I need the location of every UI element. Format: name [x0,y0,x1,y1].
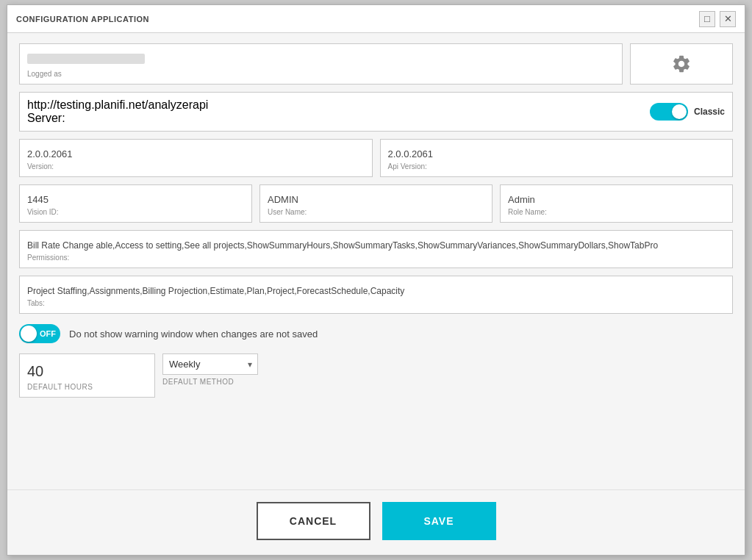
tabs-field: Project Staffing,Assignments,Billing Pro… [19,276,733,314]
permissions-label: Permissions: [27,254,725,262]
vision-id-field: 1445 Vision ID: [19,184,252,223]
vision-id-label: Vision ID: [27,208,244,216]
default-hours-field: 40 DEFAULT HOURS [19,353,155,398]
gear-icon [671,54,692,74]
top-row: Logged as [19,43,733,85]
server-value-wrap: http://testing.planifi.net/analyzerapi S… [27,98,642,125]
classic-label: Classic [694,107,725,117]
server-row: http://testing.planifi.net/analyzerapi S… [19,92,733,132]
version-field: 2.0.0.2061 Version: [19,139,373,177]
close-icon: ✕ [724,13,732,24]
tabs-value: Project Staffing,Assignments,Billing Pro… [27,286,725,296]
warning-toggle-knob [21,326,37,342]
tabs-label: Tabs: [27,299,725,307]
user-name-blurred [27,54,145,64]
cancel-button[interactable]: CANCEL [257,502,370,540]
warning-toggle[interactable]: OFF [19,324,60,343]
version-label: Version: [27,162,365,170]
title-bar: CONFIGURATION APPLICATION □ ✕ [7,5,745,33]
user-field: Logged as [19,43,623,85]
warning-text: Do not show warning window when changes … [69,329,318,340]
logged-as-label: Logged as [27,70,615,78]
spacer [19,405,733,479]
gear-settings-button[interactable] [630,43,733,85]
role-name-field: Admin Role Name: [500,184,733,223]
dialog-title: CONFIGURATION APPLICATION [16,15,149,24]
classic-toggle-knob [672,104,687,119]
api-version-label: Api Version: [388,162,726,170]
save-button[interactable]: SAVE [382,502,496,540]
default-hours-label: DEFAULT HOURS [27,383,147,391]
default-hours-value: 40 [27,363,147,380]
classic-toggle-wrap: Classic [650,103,725,121]
role-name-value: Admin [508,194,725,205]
user-name-label: User Name: [268,208,484,216]
close-button[interactable]: ✕ [720,11,736,27]
vision-id-value: 1445 [27,194,244,205]
permissions-field: Bill Rate Change able,Access to setting,… [19,230,733,268]
server-label: Server: [27,112,642,125]
user-name-field: ADMIN User Name: [259,184,493,223]
minimize-icon: □ [704,13,710,24]
content-area: Logged as http://testing.planifi.net/ana… [7,33,745,489]
minimize-button[interactable]: □ [699,11,715,27]
permissions-value: Bill Rate Change able,Access to setting,… [27,240,725,251]
warning-row: OFF Do not show warning window when chan… [19,321,733,346]
default-method-label: DEFAULT METHOD [162,378,258,386]
method-select-wrap: Weekly Daily Monthly [162,353,258,375]
role-name-label: Role Name: [508,208,725,216]
footer: CANCEL SAVE [7,489,745,555]
server-value: http://testing.planifi.net/analyzerapi [27,98,642,112]
hours-row: 40 DEFAULT HOURS Weekly Daily Monthly DE… [19,353,733,398]
user-info-row: 1445 Vision ID: ADMIN User Name: Admin R… [19,184,733,223]
version-value: 2.0.0.2061 [27,148,365,159]
api-version-field: 2.0.0.2061 Api Version: [380,139,734,177]
default-method-select[interactable]: Weekly Daily Monthly [162,353,258,375]
warning-toggle-label: OFF [40,329,56,338]
title-bar-controls: □ ✕ [699,11,736,27]
version-row: 2.0.0.2061 Version: 2.0.0.2061 Api Versi… [19,139,733,177]
default-method-field: Weekly Daily Monthly DEFAULT METHOD [162,353,258,398]
user-name-value: ADMIN [268,194,484,205]
api-version-value: 2.0.0.2061 [388,148,726,159]
dialog: CONFIGURATION APPLICATION □ ✕ Logged as [7,4,745,556]
classic-toggle[interactable] [650,103,688,121]
